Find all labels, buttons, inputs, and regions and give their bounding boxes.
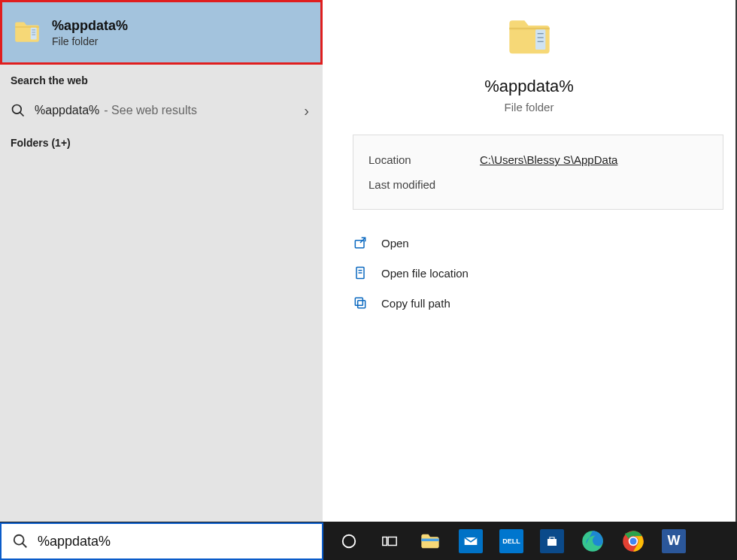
action-open[interactable]: Open: [353, 228, 735, 258]
web-result-title: %appdata%: [35, 104, 99, 117]
svg-rect-19: [388, 537, 396, 545]
task-view-icon[interactable]: [375, 526, 405, 556]
dell-icon[interactable]: DELL: [496, 526, 526, 556]
best-match-title: %appdata%: [52, 18, 128, 34]
svg-rect-20: [421, 538, 438, 541]
edge-icon[interactable]: [578, 526, 608, 556]
svg-rect-0: [31, 28, 37, 40]
svg-rect-15: [358, 301, 365, 308]
store-icon[interactable]: [537, 526, 567, 556]
open-icon: [353, 235, 368, 250]
folders-header: Folders (1+): [0, 127, 323, 156]
search-results-panel: %appdata% File folder Search the web %ap…: [0, 0, 323, 522]
svg-line-5: [20, 113, 24, 117]
mail-icon[interactable]: [456, 526, 486, 556]
best-match-text: %appdata% File folder: [52, 18, 128, 47]
detail-location-label: Location: [368, 153, 480, 166]
folder-icon: [505, 14, 554, 62]
details-card: Location C:\Users\Blessy S\AppData Last …: [353, 135, 723, 210]
svg-line-26: [23, 543, 27, 548]
actions-list: Open Open file location Copy full path: [353, 228, 735, 318]
preview-subtitle: File folder: [323, 101, 735, 114]
detail-location-link[interactable]: C:\Users\Blessy S\AppData: [480, 153, 617, 166]
best-match-subtitle: File folder: [52, 35, 128, 47]
preview-title: %appdata%: [323, 77, 735, 96]
svg-point-4: [13, 105, 22, 114]
svg-rect-16: [355, 298, 362, 305]
action-copy-path-label: Copy full path: [381, 297, 450, 310]
svg-point-25: [14, 535, 24, 545]
chevron-right-icon: ›: [304, 102, 309, 120]
search-input[interactable]: [38, 534, 311, 549]
taskbar-icon-row: DELL W: [331, 522, 689, 560]
folder-icon: [13, 18, 41, 47]
web-search-result[interactable]: %appdata% - See web results ›: [0, 94, 323, 127]
preview-header: %appdata% File folder: [323, 0, 735, 114]
search-icon: [11, 103, 26, 118]
preview-panel: %appdata% File folder Location C:\Users\…: [323, 0, 737, 522]
chrome-icon[interactable]: [618, 526, 648, 556]
search-icon: [12, 533, 29, 549]
word-icon[interactable]: W: [659, 526, 689, 556]
action-open-location-label: Open file location: [381, 267, 469, 280]
action-copy-path[interactable]: Copy full path: [353, 288, 735, 318]
svg-point-24: [630, 537, 637, 544]
action-open-location[interactable]: Open file location: [353, 258, 735, 288]
svg-rect-10: [355, 241, 364, 248]
cortana-icon[interactable]: [334, 526, 364, 556]
svg-rect-6: [535, 29, 545, 50]
action-open-label: Open: [381, 237, 409, 250]
file-explorer-icon[interactable]: [415, 526, 445, 556]
detail-modified-row: Last modified: [368, 172, 708, 197]
search-web-header: Search the web: [0, 65, 323, 94]
detail-modified-label: Last modified: [368, 178, 480, 191]
folder-location-icon: [353, 265, 368, 280]
copy-icon: [353, 295, 368, 310]
detail-location-row: Location C:\Users\Blessy S\AppData: [368, 147, 708, 172]
svg-rect-18: [383, 537, 387, 545]
search-box[interactable]: [0, 522, 323, 560]
web-result-subtitle: - See web results: [104, 104, 197, 117]
svg-point-17: [343, 534, 356, 547]
best-match-result[interactable]: %appdata% File folder: [0, 0, 323, 65]
